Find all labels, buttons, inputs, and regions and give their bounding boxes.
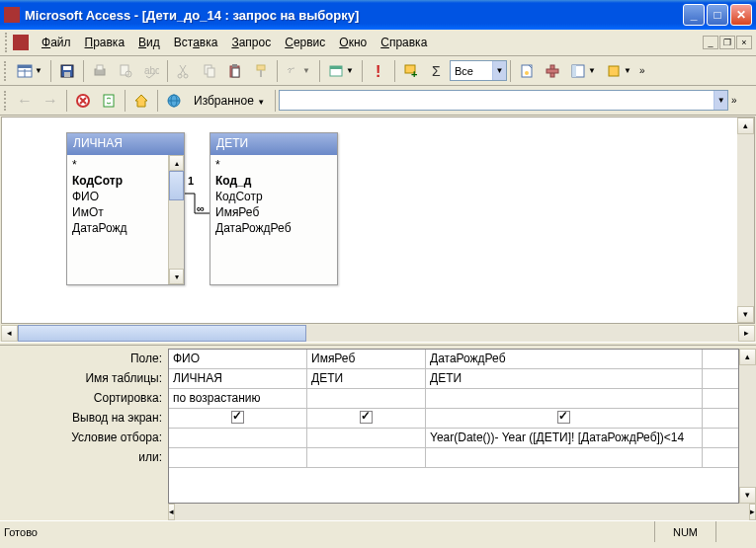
undo-button[interactable]: ▼ xyxy=(282,59,315,83)
format-painter-button[interactable] xyxy=(249,59,273,83)
grid-cell-table[interactable]: ДЕТИ xyxy=(307,369,426,388)
svg-rect-22 xyxy=(330,66,342,69)
grid-cell-table[interactable]: ЛИЧНАЯ xyxy=(169,369,307,388)
svg-rect-35 xyxy=(104,95,114,107)
mdi-restore-button[interactable]: ❐ xyxy=(719,36,735,49)
query-type-button[interactable]: ▼ xyxy=(324,59,358,83)
minimize-button[interactable]: _ xyxy=(683,4,705,26)
table-pane-hscrollbar[interactable]: ◂▸ xyxy=(1,325,755,342)
checkbox-icon[interactable] xyxy=(231,411,244,424)
close-button[interactable]: ✕ xyxy=(730,4,752,26)
grid-cell-show[interactable] xyxy=(426,409,703,428)
home-button[interactable] xyxy=(129,89,153,113)
field-list-scrollbar[interactable]: ▴▾ xyxy=(168,155,184,284)
svg-point-28 xyxy=(525,71,529,75)
menu-help[interactable]: Справка xyxy=(374,33,434,52)
svg-rect-32 xyxy=(572,65,576,77)
field-item[interactable]: Код_д xyxy=(210,173,337,189)
table-box-deti[interactable]: ДЕТИ * Код_д КодСотр ИмяРеб ДатаРождРеб xyxy=(210,132,338,285)
grid-cell-table[interactable]: ДЕТИ xyxy=(426,369,703,388)
properties-button[interactable] xyxy=(515,59,539,83)
field-item[interactable]: КодСотр xyxy=(210,189,337,204)
toolbar-handle[interactable] xyxy=(5,33,9,52)
print-preview-button[interactable] xyxy=(114,59,137,83)
menu-view[interactable]: Вид xyxy=(131,33,167,52)
table-pane-vscrollbar[interactable]: ▴▾ xyxy=(737,117,754,323)
menu-insert[interactable]: Вставка xyxy=(167,33,225,52)
grid-table[interactable]: ФИО ИмяРеб ДатаРождРеб ЛИЧНАЯ ДЕТИ ДЕТИ … xyxy=(168,349,739,504)
grid-cell-criteria[interactable]: Year(Date())- Year ([ДЕТИ]! [ДатаРождРеб… xyxy=(426,429,703,447)
document-icon[interactable] xyxy=(13,35,29,50)
field-item[interactable]: * xyxy=(67,157,168,173)
grid-cell-sort[interactable] xyxy=(307,389,426,408)
address-combo[interactable]: ▼ xyxy=(279,90,728,111)
menu-file[interactable]: Файл xyxy=(35,33,78,52)
grid-cell-show[interactable] xyxy=(307,409,426,428)
print-button[interactable] xyxy=(88,59,112,83)
grid-cell-or[interactable] xyxy=(426,448,703,467)
view-button[interactable]: ▼ xyxy=(13,59,46,83)
checkbox-icon[interactable] xyxy=(360,411,373,424)
field-item[interactable]: ФИО xyxy=(67,189,168,204)
menu-edit[interactable]: Правка xyxy=(78,33,132,52)
grid-cell-sort[interactable] xyxy=(426,389,703,408)
svg-rect-9 xyxy=(121,65,128,75)
maximize-button[interactable]: □ xyxy=(707,4,728,26)
forward-button[interactable]: → xyxy=(39,89,62,113)
field-item[interactable]: КодСотр xyxy=(67,173,168,189)
grid-cell-criteria[interactable] xyxy=(307,429,426,447)
new-object-button[interactable]: ▼ xyxy=(602,59,635,83)
mdi-minimize-button[interactable]: _ xyxy=(703,36,718,49)
mdi-close-button[interactable]: × xyxy=(736,36,752,49)
search-web-button[interactable] xyxy=(162,89,186,113)
menu-query[interactable]: Запрос xyxy=(224,33,278,52)
grid-vscrollbar[interactable]: ▴▾ xyxy=(739,349,756,504)
grid-cell-field[interactable]: ДатаРождРеб xyxy=(426,350,703,368)
menu-window[interactable]: Окно xyxy=(332,33,374,52)
show-table-button[interactable]: + xyxy=(399,59,423,83)
grid-label-sort: Сортировка: xyxy=(0,388,168,408)
save-button[interactable] xyxy=(55,59,79,83)
field-item[interactable]: ИмяРеб xyxy=(210,204,337,220)
status-text: Готово xyxy=(4,526,654,538)
toolbar-handle[interactable] xyxy=(4,61,8,81)
table-pane[interactable]: ЛИЧНАЯ * КодСотр ФИО ИмОт ДатаРожд ▴▾ 1 … xyxy=(1,117,755,324)
field-list[interactable]: * Код_д КодСотр ИмяРеб ДатаРождРеб xyxy=(210,155,337,284)
top-values-combo[interactable]: Все▼ xyxy=(450,60,507,81)
field-item[interactable]: ДатаРождРеб xyxy=(210,220,337,236)
grid-cell-show[interactable] xyxy=(169,409,307,428)
checkbox-icon[interactable] xyxy=(557,411,570,424)
totals-button[interactable]: Σ xyxy=(425,59,449,83)
table-box-lichnaya[interactable]: ЛИЧНАЯ * КодСотр ФИО ИмОт ДатаРожд ▴▾ xyxy=(66,132,185,285)
field-item[interactable]: ИмОт xyxy=(67,204,168,220)
grid-hscrollbar[interactable]: ◂▸ xyxy=(168,504,756,520)
cut-button[interactable] xyxy=(172,59,196,83)
grid-cell-field[interactable]: ФИО xyxy=(169,350,307,368)
toolbar-overflow[interactable]: » xyxy=(728,93,740,108)
grid-cell-or[interactable] xyxy=(169,448,307,467)
grid-label-field: Поле: xyxy=(0,349,168,368)
back-button[interactable]: ← xyxy=(13,89,37,113)
grid-cell-criteria[interactable] xyxy=(169,429,307,447)
field-item[interactable]: ДатаРожд xyxy=(67,220,168,236)
toolbar-handle[interactable] xyxy=(4,91,8,111)
build-button[interactable] xyxy=(541,59,564,83)
favorites-menu[interactable]: Избранное ▼ xyxy=(187,91,272,111)
grid-cell-or[interactable] xyxy=(307,448,426,467)
status-bar: Готово NUM xyxy=(0,520,756,542)
database-window-button[interactable]: ▼ xyxy=(566,59,600,83)
spelling-button[interactable]: abc xyxy=(139,59,163,83)
paste-button[interactable] xyxy=(223,59,247,83)
grid-cell-field[interactable]: ИмяРеб xyxy=(307,350,426,368)
svg-rect-8 xyxy=(97,65,103,70)
grid-label-table: Имя таблицы: xyxy=(0,368,168,388)
menu-tools[interactable]: Сервис xyxy=(278,33,332,52)
stop-button[interactable] xyxy=(71,89,95,113)
toolbar-overflow[interactable]: » xyxy=(636,63,648,78)
grid-cell-sort[interactable]: по возрастанию xyxy=(169,389,307,408)
field-list[interactable]: * КодСотр ФИО ИмОт ДатаРожд xyxy=(67,155,168,284)
run-button[interactable]: ! xyxy=(367,59,390,83)
refresh-button[interactable] xyxy=(97,89,121,113)
field-item[interactable]: * xyxy=(210,157,337,173)
copy-button[interactable] xyxy=(198,59,221,83)
